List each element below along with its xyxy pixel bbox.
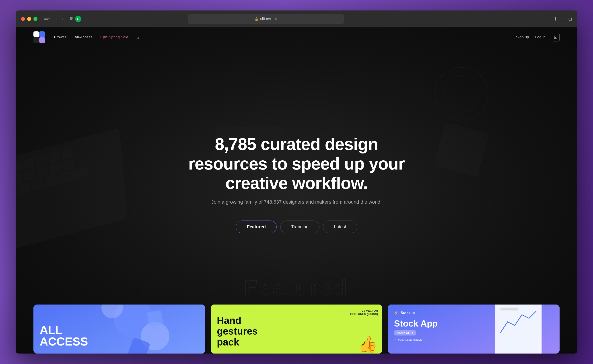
reload-icon[interactable]: ↻	[274, 17, 277, 21]
sidebar-toggle-icon[interactable]	[44, 17, 50, 21]
nav-sale[interactable]: Epic Spring Sale	[100, 35, 128, 39]
hero-content: 8,785 curated design resources to speed …	[156, 134, 437, 233]
cards-section: ALLACCESS 20 VECTORGESTURES (ICONS) Hand…	[16, 305, 577, 354]
search-icon[interactable]: ⌕	[136, 35, 139, 40]
hero-title: 8,785 curated design resources to speed …	[174, 134, 419, 193]
forward-arrow-icon[interactable]: ›	[60, 16, 64, 22]
site-nav: Browse All-Access Epic Spring Sale ⌕ Sig…	[16, 27, 577, 47]
lock-icon: 🔒	[255, 17, 258, 21]
nav-browse[interactable]: Browse	[54, 35, 67, 39]
tab-featured[interactable]: Featured	[236, 221, 277, 233]
browser-toolbar-right: ⬆ + ⊡	[554, 16, 572, 22]
nav-arrows: ‹ ›	[54, 16, 64, 22]
nav-links: Browse All-Access Epic Spring Sale ⌕	[54, 35, 139, 40]
nav-right: Sign up Log in ⊡	[516, 33, 560, 41]
tab-latest[interactable]: Latest	[323, 221, 357, 233]
svg-rect-25	[39, 37, 45, 43]
grammarly-icon: G	[75, 16, 81, 22]
featured-watermark: Featured	[244, 276, 349, 300]
minimize-button[interactable]	[27, 17, 31, 21]
hero-subtitle: Join a growing family of 748,637 designe…	[174, 199, 419, 205]
log-in-button[interactable]: Log in	[535, 35, 546, 39]
webpage: Browse All-Access Epic Spring Sale ⌕ Sig…	[16, 27, 577, 354]
sidebar-right-icon[interactable]: ⊡	[568, 16, 572, 22]
filter-tabs: Featured Trending Latest	[174, 221, 419, 233]
fullscreen-button[interactable]	[33, 17, 37, 21]
svg-rect-35	[501, 305, 526, 305]
svg-rect-36	[501, 308, 518, 311]
logo[interactable]	[33, 31, 45, 43]
card-gestures[interactable]: 20 VECTORGESTURES (ICONS) Handgesturespa…	[211, 305, 382, 354]
svg-rect-23	[39, 31, 45, 37]
card-all-access-title: ALLACCESS	[40, 324, 88, 347]
browser-titlebar: ‹ › ⛊ G 🔒 ui8.net ↻ ⬆ + ⊡	[16, 10, 577, 27]
svg-rect-22	[33, 31, 39, 37]
sign-up-button[interactable]: Sign up	[516, 35, 529, 39]
svg-rect-31	[147, 310, 163, 327]
share-icon[interactable]: ⬆	[554, 16, 558, 22]
back-arrow-icon[interactable]: ‹	[54, 16, 58, 22]
shield-icon: ⛊	[69, 17, 73, 21]
lightning-icon: ⚡	[394, 311, 398, 315]
card-stockup-kit-badge: Mobile UI Kit	[394, 330, 416, 336]
close-button[interactable]	[21, 17, 25, 21]
card-stockup-header: ⚡ Stockup	[394, 311, 553, 315]
new-tab-icon[interactable]: +	[561, 16, 564, 22]
address-bar[interactable]: 🔒 ui8.net ↻	[188, 14, 344, 24]
card-stockup-customizable-label: Fully Customizable	[398, 338, 422, 341]
check-icon: ✓	[394, 338, 397, 341]
browser-window: ‹ › ⛊ G 🔒 ui8.net ↻ ⬆ + ⊡	[16, 10, 577, 354]
card-stockup-customizable: ✓ Fully Customizable	[394, 338, 553, 341]
card-gestures-badge: 20 VECTORGESTURES (ICONS)	[350, 309, 378, 316]
url-display: ui8.net	[260, 17, 271, 21]
traffic-lights	[21, 17, 37, 21]
card-all-access[interactable]: ALLACCESS	[33, 305, 205, 354]
tab-trending[interactable]: Trending	[280, 221, 319, 233]
nav-all-access[interactable]: All-Access	[75, 35, 92, 39]
thumb-icon: 👍	[358, 335, 378, 354]
card-stockup-brand: Stockup	[401, 311, 415, 315]
card-gestures-title: Handgesturespack	[217, 315, 258, 348]
cart-icon[interactable]: ⊡	[552, 33, 560, 41]
hero-section: 8,785 curated design resources to speed …	[16, 27, 577, 354]
card-stockup-title: Stock App	[394, 318, 553, 329]
card-stockup[interactable]: ⚡ Stockup Stock App Mobile UI Kit ✓ Full…	[388, 305, 560, 354]
svg-rect-24	[33, 37, 39, 43]
